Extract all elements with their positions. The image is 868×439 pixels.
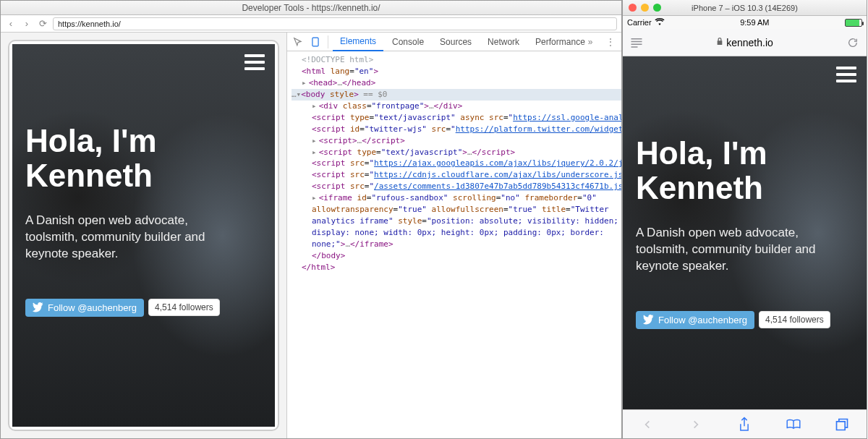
devtools-panel: Elements Console Sources Network Perform… [287,33,621,438]
twitter-bird-icon [33,302,43,313]
page-subheading: A Danish open web advocate, toolsmith, c… [25,213,242,263]
twitter-follow-row: Follow @auchenberg 4,514 followers [25,299,262,317]
twitter-follow-row: Follow @auchenberg 4,514 followers [636,311,854,329]
back-button[interactable]: ‹ [5,18,17,30]
inspect-element-icon[interactable] [290,34,306,50]
forward-button[interactable]: › [21,18,33,30]
safari-tabs-button[interactable] [833,415,851,434]
dom-body-selected[interactable]: …▾<body style> == $0 [292,89,621,101]
tab-elements[interactable]: Elements [333,33,383,51]
url-host: kenneth.io [726,37,773,48]
reload-icon: ⟳ [39,18,47,29]
followers-badge: 4,514 followers [759,311,830,328]
toggle-device-toolbar-icon[interactable] [307,34,323,50]
safari-share-button[interactable] [735,415,754,434]
dom-script-ga[interactable]: <script type="text/javascript" async src… [292,112,621,124]
tab-sources[interactable]: Sources [433,33,479,51]
dom-script-twitter[interactable]: <script id="twitter-wjs" src="https://pl… [292,124,621,135]
chevron-right-icon [691,418,701,431]
page-heading: Hola, I'm Kenneth [636,136,824,206]
twitter-follow-label: Follow @auchenberg [48,302,137,313]
page-heading: Hola, I'm Kenneth [25,124,242,194]
device-preview-pane: Hola, I'm Kenneth A Danish open web advo… [1,33,287,438]
dom-script-underscore[interactable]: <script src="https://cdnjs.cloudflare.co… [292,169,621,181]
devtools-url-toolbar: ‹ › ⟳ [1,15,621,33]
reload-button[interactable]: ⟳ [37,18,48,30]
safari-back-button[interactable] [638,415,657,434]
url-field[interactable] [53,17,617,30]
simulator-mac-titlebar: iPhone 7 – iOS 10.3 (14E269) [623,0,867,16]
reader-button[interactable] [629,35,644,51]
dom-body-close[interactable]: </body> [292,250,621,262]
share-icon [738,417,751,432]
ios-simulator-window: iPhone 7 – iOS 10.3 (14E269) Carrier 9:5… [622,0,867,439]
status-time: 9:59 AM [740,18,769,27]
dom-script-anon2[interactable]: ▸<script type="text/javascript">…</scrip… [292,147,621,158]
dom-script-jquery[interactable]: <script src="https://ajax.googleapis.com… [292,158,621,169]
dom-html-close[interactable]: </html> [292,262,621,273]
kebab-icon: ⋮ [606,37,615,47]
simulator-title: iPhone 7 – iOS 10.3 (14E269) [627,4,862,12]
chevron-right-icon: › [25,18,28,29]
book-icon [786,418,801,431]
device-icon [310,37,320,47]
tabs-icon [835,417,849,432]
device-frame: Hola, I'm Kenneth A Danish open web advo… [8,40,279,431]
close-icon[interactable] [629,4,637,12]
dom-div-frontpage[interactable]: ▸<div class="frontpage">…</div> [292,101,621,112]
maximize-icon[interactable] [653,4,661,12]
twitter-follow-button[interactable]: Follow @auchenberg [636,311,754,329]
chevron-left-icon [642,418,652,431]
dom-head[interactable]: ▸<head>…</head> [292,77,621,89]
twitter-bird-icon [643,315,654,325]
webpage-content: Hola, I'm Kenneth A Danish open web advo… [12,44,275,427]
cursor-icon [293,37,303,47]
tab-console[interactable]: Console [385,33,431,51]
minimize-icon[interactable] [641,4,649,12]
reader-icon [630,38,643,48]
tab-network[interactable]: Network [480,33,527,51]
webpage-content: Hola, I'm Kenneth A Danish open web advo… [623,56,867,409]
carrier-label: Carrier [627,18,652,27]
dom-script-comments[interactable]: <script src="/assets/comments-1d3807e47b… [292,181,621,192]
safari-url-bar: kenneth.io [623,29,867,56]
dom-doctype: <!DOCTYPE html> [302,55,373,64]
separator [328,35,328,48]
devtools-window-title: Developer Tools - https://kenneth.io/ [1,1,621,15]
lock-icon [716,37,723,48]
battery-icon [845,19,862,27]
twitter-follow-label: Follow @auchenberg [658,315,747,325]
more-tabs-icon[interactable]: » [582,34,598,50]
panel-toolbar: Elements Console Sources Network Perform… [287,33,621,51]
ios-status-bar: Carrier 9:59 AM [623,16,867,29]
safari-bookmarks-button[interactable] [784,415,803,434]
wifi-icon [655,17,665,27]
followers-badge: 4,514 followers [148,299,220,316]
chevrons-right-icon: » [588,37,593,47]
safari-reload-button[interactable] [845,35,861,51]
dom-iframe-rufous[interactable]: ▸<iframe id="rufous-sandbox" scrolling="… [292,192,621,250]
svg-rect-0 [312,38,318,46]
devtools-window: Developer Tools - https://kenneth.io/ ‹ … [0,0,622,439]
chevron-left-icon: ‹ [9,18,12,29]
safari-bottom-toolbar [623,409,867,438]
device-screen[interactable]: Hola, I'm Kenneth A Danish open web advo… [12,44,275,427]
devtools-body: Hola, I'm Kenneth A Danish open web advo… [1,33,621,438]
reload-icon [847,37,859,48]
simulator-screen[interactable]: Hola, I'm Kenneth A Danish open web advo… [623,56,867,409]
dom-tree[interactable]: <!DOCTYPE html> <html lang="en"> ▸<head>… [287,51,621,438]
page-subheading: A Danish open web advocate, toolsmith, c… [636,225,853,275]
hamburger-menu-button[interactable] [836,67,856,82]
hamburger-menu-button[interactable] [244,54,265,70]
dom-script-anon1[interactable]: ▸<script>…</script> [292,135,621,147]
dom-html-open[interactable]: <html lang="en"> [292,66,621,77]
twitter-follow-button[interactable]: Follow @auchenberg [25,299,144,317]
panel-menu-icon[interactable]: ⋮ [603,34,618,50]
safari-url[interactable]: kenneth.io [652,37,838,48]
traffic-lights[interactable] [629,4,661,12]
safari-forward-button[interactable] [686,415,705,434]
